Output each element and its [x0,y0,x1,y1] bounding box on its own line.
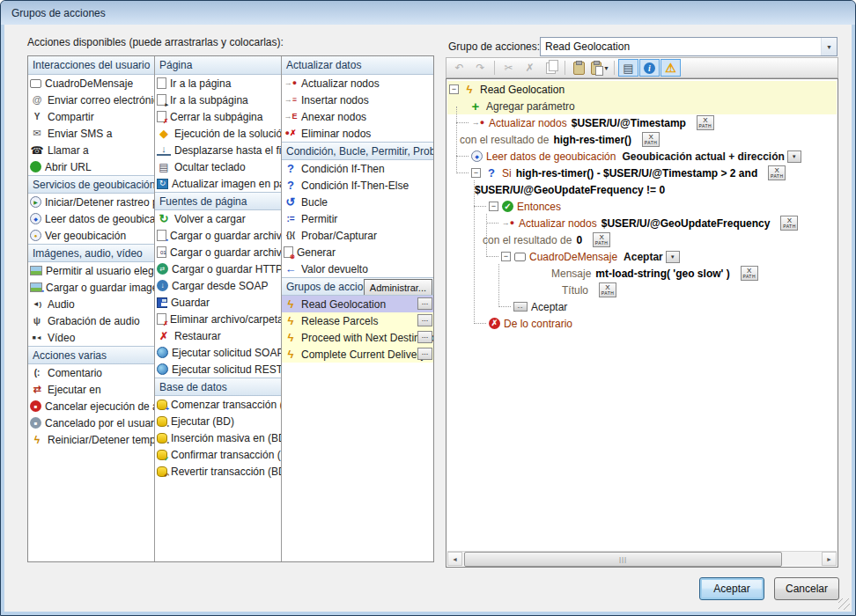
action-item[interactable]: ϟReiniciar/Detener temporiz [28,431,154,448]
redo-button[interactable]: ↷ [470,59,491,77]
xpath-edit-button[interactable]: XPATH [768,165,786,180]
action-item[interactable]: →●Actualizar nodos [282,75,433,92]
chevron-down-icon[interactable]: ▼ [821,38,837,55]
action-group-combobox[interactable]: Read Geolocation ▼ [540,37,838,56]
action-item[interactable]: ■Cancelar ejecución de ac [28,398,154,414]
tree-row-con-el-resultado-1[interactable]: con el resultado dehigh-res-timer()XPATH [447,131,837,148]
edit-group-button[interactable]: ... [417,297,432,310]
action-group-item[interactable]: ϟComplete Current Delivery... [282,346,433,363]
action-item[interactable]: ?Condición If-Then [282,160,433,177]
action-item[interactable]: Ejecutar solicitud SOAP [155,344,281,361]
action-item[interactable]: ✗Eliminar archivo/carpeta [155,311,281,327]
tree-row-leer-geoubicacion[interactable]: ◆Leer datos de geoubicaciónGeoubicación … [447,148,837,165]
action-group-item[interactable]: ϟRelease Parcels... [282,312,433,329]
chevron-down-icon[interactable]: ▼ [666,251,680,263]
action-item[interactable]: ✗Restaurar [155,327,281,344]
xpath-edit-button[interactable]: XPATH [741,266,758,281]
xpath-edit-button[interactable]: XPATH [780,216,798,231]
cancel-button[interactable]: Cancelar [774,577,839,600]
action-item[interactable]: •Ejecutar (BD) [155,413,281,429]
collapse-expander[interactable]: − [449,84,459,94]
action-item[interactable]: Ejecutar solicitud REST [155,361,281,378]
resize-grip[interactable] [838,598,850,610]
action-item[interactable]: YCompartir [28,108,154,125]
action-item[interactable]: ↓Desplazarse hasta el fina [155,142,281,158]
paste-special-button[interactable]: ▼ [590,59,610,77]
action-item[interactable]: ↻Volver a cargar [155,210,281,227]
administrar-button[interactable]: Administrar... [364,279,432,296]
horizontal-scrollbar[interactable]: ◄ ||| ► [447,551,837,566]
scroll-right-button[interactable]: ► [822,552,837,566]
titlebar[interactable]: Grupos de acciones [1,1,855,25]
action-item[interactable]: ◆Leer datos de geoubicaci [28,210,154,227]
action-item[interactable]: @Enviar correo electrónico [28,92,154,108]
tree-row-con-el-resultado-2[interactable]: con el resultado de0XPATH [447,231,837,248]
tree-row-entonces[interactable]: −✓Entonces [447,198,837,215]
delete-button[interactable]: ✗ [520,59,540,77]
action-group-item[interactable]: ϟProceed with Next Destinatio... [282,329,433,346]
action-item[interactable]: ◆Ejecución de la solución [155,125,281,142]
action-group-item[interactable]: ϟRead Geolocation... [282,296,433,312]
tree-row-condicion-cont[interactable]: $USER/U/@GeoUpdateFrequency != 0 [447,181,837,198]
action-item[interactable]: ψGrabación de audio [28,312,154,329]
edit-group-button[interactable]: ... [417,348,432,360]
action-item[interactable]: Ir a la página [155,75,281,92]
cut-button[interactable]: ✂ [498,59,519,77]
action-item[interactable]: (:Comentario [28,364,154,381]
action-item[interactable]: :=Permitir [282,210,433,227]
action-item[interactable]: ✓Confirmar transacción (BD [155,446,281,463]
xpath-edit-button[interactable]: XPATH [599,282,616,297]
tree-row-titulo[interactable]: TítuloXPATH [447,282,837,298]
chevron-down-icon[interactable]: ▼ [787,150,801,163]
action-item[interactable]: ⊗Generar [282,244,433,260]
tree-row-actualizar-nodos-2[interactable]: →●Actualizar nodos$USER/U/@GeoUpdateFreq… [447,215,837,231]
action-item[interactable]: Abrir URL [28,158,154,175]
action-item[interactable]: ●✗Eliminar nodos [282,125,433,142]
action-item[interactable]: ↺Bucle [282,194,433,210]
action-item[interactable]: ?Condición If-Then-Else [282,177,433,194]
collapse-expander[interactable]: − [501,252,511,261]
action-item[interactable]: ▤Ocultar teclado [155,158,281,175]
tree-row-agregar-parametro[interactable]: +Agregar parámetro [447,98,837,114]
action-item[interactable]: Permitir al usuario elegir la [28,262,154,279]
tree-row-de-lo-contrario[interactable]: ✗De lo contrario [447,315,837,332]
xpath-edit-button[interactable]: XPATH [697,115,714,130]
action-item[interactable]: {}(Probar/Capturar [282,227,433,244]
tree-row-si-condicion[interactable]: −?Sihigh-res-timer() - $USER/U/@Timestam… [447,165,837,181]
action-item[interactable]: CuadroDeMensaje [28,75,154,92]
action-item[interactable]: →EAnexar nodos [282,108,433,125]
action-item[interactable]: ■Cancelado por el usuario [28,414,154,431]
action-item[interactable]: ●Ver geoubicación [28,227,154,244]
action-item[interactable]: •Inserción masiva en (BD) [155,429,281,446]
edit-group-button[interactable]: ... [417,331,432,343]
action-item[interactable]: ✉Enviar SMS a [28,125,154,142]
xpath-edit-button[interactable]: XPATH [642,132,660,147]
collapse-expander[interactable]: − [489,202,498,211]
action-item[interactable]: ◄)Audio [28,296,154,312]
xpath-edit-button[interactable]: XPATH [593,232,610,247]
edit-group-button[interactable]: ... [417,314,432,326]
info-toggle-button[interactable]: i [639,59,660,77]
tree-row-cuadrodemensaje[interactable]: −CuadroDeMensajeAceptar▼ [447,248,837,265]
chevron-down-icon[interactable]: ▼ [603,65,609,71]
action-item[interactable]: ←Valor devuelto [282,260,433,277]
action-item[interactable]: ⇄Cargar o guardar HTTP/FT [155,260,281,277]
action-item[interactable]: ☎Llamar a [28,142,154,158]
action-item[interactable]: ▪Cargar o guardar imagen [28,279,154,296]
action-item[interactable]: →≡Insertar nodos [282,92,433,108]
action-item[interactable]: +Comenzar transacción (B [155,396,281,413]
action-item[interactable]: ▪Cargar o guardar archivo [155,227,281,244]
action-item[interactable]: ▸Ir a la subpágina [155,92,281,108]
tree-row-actualizar-nodos-1[interactable]: →●Actualizar nodos$USER/U/@TimestampXPAT… [447,114,837,131]
copy-button[interactable] [541,59,561,77]
tree-row-boton-aceptar[interactable]: --Aceptar [447,298,837,315]
collapse-expander[interactable]: − [471,168,481,178]
action-item[interactable]: ■◄Vídeo [28,329,154,346]
action-item[interactable]: ✗Cerrar la subpágina [155,108,281,125]
scrollbar-thumb[interactable]: ||| [464,552,782,567]
tree-row-read-geolocation[interactable]: −ϟRead Geolocation [447,81,837,98]
action-item[interactable]: ↶Revertir transacción (BD) [155,463,281,480]
tree-row-mensaje[interactable]: Mensajemt-load-string( 'geo slow' )XPATH [447,265,837,282]
action-item[interactable]: Guardar [155,294,281,311]
action-item[interactable]: Cargar o guardar archivo [155,244,281,260]
